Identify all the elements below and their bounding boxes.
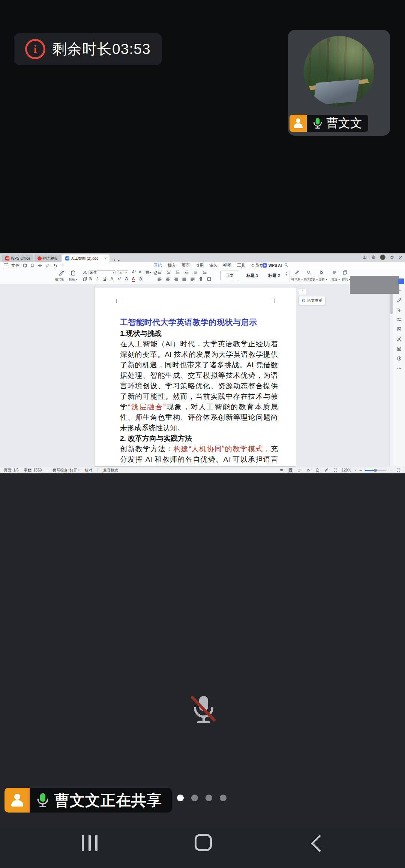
- tab-list-caret[interactable]: ▾: [118, 259, 120, 262]
- view-eye-icon[interactable]: [279, 468, 284, 473]
- participant-tile[interactable]: 曹文文: [288, 30, 390, 136]
- save-icon[interactable]: [23, 263, 27, 268]
- style-gallery-scroll[interactable]: ▲▼: [285, 271, 288, 276]
- cursor-rail-icon[interactable]: [397, 307, 402, 312]
- spell-check[interactable]: 拼写检查: 打开 ▾: [52, 468, 80, 473]
- undo-icon[interactable]: [53, 263, 57, 268]
- zoom-caret[interactable]: ▾: [354, 469, 356, 472]
- docsearch-rail-icon[interactable]: [397, 346, 402, 351]
- spacing-icon[interactable]: [202, 270, 207, 274]
- para-icon[interactable]: [199, 277, 203, 281]
- char-format-2[interactable]: U: [104, 277, 106, 281]
- bullets-icon[interactable]: [158, 270, 162, 274]
- close-tab-icon[interactable]: ×: [104, 256, 106, 260]
- collapse-chip-button[interactable]: ⌃: [299, 289, 306, 295]
- wps-ai-side-button[interactable]: [398, 278, 404, 284]
- phonetic-guide-button[interactable]: 拼▾: [146, 270, 151, 275]
- fullscreen-icon[interactable]: [396, 468, 401, 473]
- view-play-icon[interactable]: [306, 468, 311, 473]
- word-count[interactable]: 字数: 1550: [24, 468, 42, 473]
- sliders-rail-icon[interactable]: [397, 317, 402, 322]
- char-format-5[interactable]: A: [125, 277, 128, 281]
- paste-label[interactable]: 粘贴 ▾: [69, 277, 77, 281]
- style-标题 1[interactable]: 标题 1: [242, 271, 262, 280]
- align-l-icon[interactable]: [158, 277, 162, 281]
- font-size-select[interactable]: 20▾: [117, 270, 128, 275]
- redo-icon[interactable]: [60, 263, 64, 268]
- 查找替换-label[interactable]: 查找替换 ▾: [303, 277, 318, 281]
- new-tab-button[interactable]: +: [113, 257, 116, 262]
- char-format-6[interactable]: A: [132, 277, 135, 282]
- align-r-icon[interactable]: [174, 277, 178, 281]
- zoom-slider[interactable]: [365, 470, 386, 471]
- hamburger-icon[interactable]: [4, 263, 8, 267]
- copy-icon[interactable]: [83, 277, 87, 282]
- indent-inc-icon[interactable]: [184, 270, 189, 274]
- char-format-7[interactable]: A: [139, 277, 142, 281]
- nav-home-button[interactable]: [195, 834, 212, 851]
- view-fit-icon[interactable]: [333, 468, 338, 473]
- grow-font-button[interactable]: A⁺: [132, 270, 136, 274]
- char-format-1[interactable]: I: [96, 277, 98, 281]
- format-painter-icon[interactable]: [58, 270, 64, 277]
- document-tab[interactable]: WWPS Office: [2, 254, 33, 262]
- help-rail-icon[interactable]: [397, 356, 402, 361]
- char-format-3[interactable]: A: [111, 277, 113, 281]
- char-format-4[interactable]: x²: [118, 277, 121, 281]
- page-dot-1[interactable]: [191, 795, 198, 801]
- menu-工具[interactable]: 工具: [237, 263, 245, 268]
- style-正文[interactable]: 正文: [220, 271, 239, 280]
- mic-muted-icon[interactable]: [188, 694, 219, 727]
- document-area[interactable]: I 工智能时代大学英语教学的现状与启示 1.现状与挑战在人工智能（AI）时代，大…: [0, 284, 393, 467]
- file-menu[interactable]: 文件: [11, 263, 20, 268]
- scissors-rail-icon[interactable]: [397, 337, 402, 341]
- zoom-out-button[interactable]: −: [359, 468, 362, 473]
- view-pagebox-icon[interactable]: [288, 468, 293, 473]
- brush-icon[interactable]: [45, 263, 50, 268]
- 样式集-icon[interactable]: [295, 270, 299, 275]
- page-dot-0[interactable]: [177, 795, 184, 801]
- 排列-label[interactable]: 排列 ▾: [342, 277, 350, 281]
- 查找替换-icon[interactable]: [307, 270, 311, 275]
- 选择-icon[interactable]: [320, 270, 324, 275]
- menu-页面[interactable]: 页面: [182, 263, 190, 268]
- document-tab[interactable]: 稻壳模板: [34, 254, 61, 262]
- eye-icon[interactable]: [38, 263, 42, 268]
- zoom-level[interactable]: 120%: [342, 468, 351, 472]
- book-rail-icon[interactable]: [397, 327, 402, 332]
- window-restore-button[interactable]: [390, 255, 394, 259]
- 选择-label[interactable]: 选择 ▾: [319, 277, 327, 281]
- proofread[interactable]: 校对: [85, 468, 92, 473]
- view-globe-icon[interactable]: [315, 468, 320, 473]
- search-icon[interactable]: [284, 263, 288, 268]
- 批注-icon[interactable]: [332, 270, 337, 275]
- char-format-0[interactable]: B: [89, 277, 92, 281]
- align-c-icon[interactable]: [166, 277, 170, 281]
- 批注-label[interactable]: 批注 ▾: [332, 277, 340, 281]
- font-name-select[interactable]: 宋体▾: [88, 270, 116, 275]
- nav-back-button[interactable]: [311, 835, 328, 852]
- align-d-icon[interactable]: [190, 277, 195, 281]
- view-pen-icon[interactable]: [324, 468, 329, 473]
- menu-插入[interactable]: 插入: [168, 263, 176, 268]
- window-globe-button[interactable]: [371, 255, 375, 259]
- page-dot-3[interactable]: [220, 795, 226, 801]
- user-avatar[interactable]: [380, 254, 386, 260]
- document-tab[interactable]: W人工智能 (2).doc×: [62, 254, 110, 262]
- pen-rail-icon[interactable]: [397, 298, 402, 302]
- paper-check-chip[interactable]: G 论文查重: [299, 296, 325, 305]
- align-j-icon[interactable]: [182, 277, 186, 281]
- clear-format-icon[interactable]: [153, 270, 158, 275]
- print-icon[interactable]: [30, 263, 34, 268]
- paste-icon[interactable]: [70, 270, 76, 277]
- zoom-in-button[interactable]: +: [390, 468, 392, 473]
- table-icon[interactable]: [207, 277, 211, 281]
- sort-icon[interactable]: [194, 270, 198, 274]
- page-dot-2[interactable]: [206, 795, 212, 801]
- indent-dec-icon[interactable]: [176, 270, 180, 274]
- cut-icon[interactable]: [83, 270, 87, 275]
- window-close-button[interactable]: [399, 255, 403, 259]
- menu-开始[interactable]: 开始: [154, 263, 162, 268]
- menu-审阅[interactable]: 审阅: [209, 263, 218, 268]
- format-painter-label[interactable]: 格式刷: [55, 277, 64, 281]
